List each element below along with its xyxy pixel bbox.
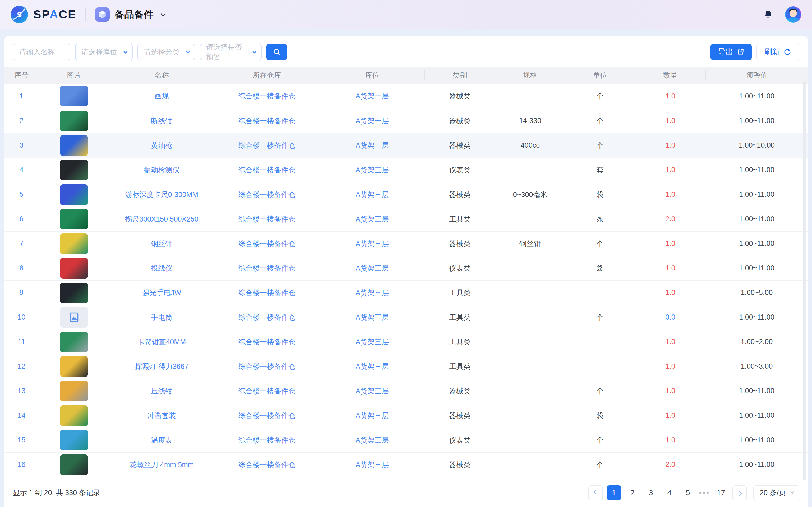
item-thumbnail[interactable] — [39, 354, 110, 379]
location-select[interactable]: 请选择库位 — [75, 44, 133, 60]
row-index-link[interactable]: 3 — [4, 133, 39, 158]
warehouse-link[interactable]: 综合楼一楼备件仓 — [214, 354, 320, 379]
item-photo[interactable] — [60, 209, 88, 229]
table-row[interactable]: 4振动检测仪综合楼一楼备件仓A货架三层仪表类套1.01.00~11.00 — [4, 158, 808, 182]
warehouse-link[interactable]: 综合楼一楼备件仓 — [214, 305, 320, 330]
page-button-4[interactable]: 4 — [662, 485, 677, 500]
item-thumbnail[interactable] — [39, 280, 110, 305]
location-link[interactable]: A货架一层 — [320, 133, 424, 158]
table-row[interactable]: 16花螺丝刀 4mm 5mm综合楼一楼备件仓A货架三层器械类个2.01.00~1… — [4, 452, 808, 477]
warehouse-link[interactable]: 综合楼一楼备件仓 — [214, 452, 320, 477]
warehouse-link[interactable]: 综合楼一楼备件仓 — [214, 428, 320, 452]
item-name-link[interactable]: 振动检测仪 — [109, 158, 214, 182]
row-index-link[interactable]: 9 — [4, 280, 39, 305]
row-index-link[interactable]: 15 — [4, 428, 39, 452]
app-switcher[interactable]: 备品备件 — [95, 7, 164, 22]
export-button[interactable]: 导出 — [711, 44, 752, 60]
table-row[interactable]: 2断线钳综合楼一楼备件仓A货架一层器械类14-330个1.01.00~11.00 — [4, 109, 808, 133]
item-photo[interactable] — [60, 233, 88, 254]
location-link[interactable]: A货架三层 — [320, 452, 424, 477]
row-index-link[interactable]: 4 — [4, 158, 39, 182]
row-index-link[interactable]: 8 — [4, 256, 39, 280]
table-row[interactable]: 14冲凿套装综合楼一楼备件仓A货架三层器械类袋1.01.00~11.00 — [4, 403, 808, 428]
item-thumbnail[interactable] — [39, 330, 110, 354]
item-thumbnail[interactable] — [39, 305, 110, 330]
prev-page-button[interactable] — [588, 485, 603, 500]
page-button-17[interactable]: 17 — [714, 485, 728, 500]
location-link[interactable]: A货架三层 — [320, 354, 424, 379]
location-link[interactable]: A货架三层 — [320, 428, 424, 452]
page-button-3[interactable]: 3 — [644, 485, 658, 500]
item-name-link[interactable]: 卡簧钳直40MM — [109, 330, 214, 354]
item-photo[interactable] — [60, 135, 88, 156]
item-name-link[interactable]: 温度表 — [109, 428, 214, 452]
row-index-link[interactable]: 10 — [4, 305, 39, 330]
table-row[interactable]: 8投线仪综合楼一楼备件仓A货架三层仪表类袋1.01.00~11.00 — [4, 256, 808, 280]
table-row[interactable]: 9强光手电JW综合楼一楼备件仓A货架三层工具类1.01.00~5.00 — [4, 280, 808, 305]
item-photo[interactable] — [60, 381, 88, 401]
warehouse-link[interactable]: 综合楼一楼备件仓 — [214, 403, 320, 428]
item-name-link[interactable]: 钢丝钳 — [109, 231, 214, 256]
warehouse-link[interactable]: 综合楼一楼备件仓 — [214, 207, 320, 231]
item-photo[interactable] — [60, 184, 88, 205]
location-link[interactable]: A货架一层 — [320, 109, 424, 133]
item-photo[interactable] — [60, 454, 88, 475]
item-thumbnail[interactable] — [39, 379, 110, 403]
page-size-select[interactable]: 20 条/页 — [753, 485, 799, 500]
warehouse-link[interactable]: 综合楼一楼备件仓 — [214, 182, 320, 207]
item-photo[interactable] — [60, 160, 88, 180]
table-row[interactable]: 5游标深度卡尺0-300MM综合楼一楼备件仓A货架三层器械类0~300毫米袋1.… — [4, 182, 808, 207]
item-name-link[interactable]: 游标深度卡尺0-300MM — [109, 182, 214, 207]
user-avatar[interactable] — [785, 6, 801, 23]
item-thumbnail[interactable] — [39, 109, 110, 133]
item-thumbnail[interactable] — [39, 158, 110, 182]
location-link[interactable]: A货架三层 — [320, 231, 424, 256]
page-button-5[interactable]: 5 — [680, 485, 696, 500]
item-photo[interactable] — [60, 111, 88, 131]
bell-icon[interactable] — [763, 9, 773, 20]
item-name-link[interactable]: 拐尺300X150 500X250 — [109, 207, 214, 231]
row-index-link[interactable]: 2 — [4, 109, 39, 133]
item-name-link[interactable]: 黄油枪 — [109, 133, 214, 158]
table-row[interactable]: 3黄油枪综合楼一楼备件仓A货架一层器械类400cc个1.01.00~10.00 — [4, 133, 808, 158]
table-row[interactable]: 11卡簧钳直40MM综合楼一楼备件仓A货架三层工具类1.01.00~2.00 — [4, 330, 808, 354]
warning-select[interactable]: 请选择是否预警 — [200, 44, 262, 60]
item-thumbnail[interactable] — [39, 256, 110, 280]
item-thumbnail[interactable] — [39, 428, 110, 452]
table-row[interactable]: 15温度表综合楼一楼备件仓A货架三层仪表类个1.01.00~11.00 — [4, 428, 808, 452]
location-link[interactable]: A货架三层 — [320, 207, 424, 231]
warehouse-link[interactable]: 综合楼一楼备件仓 — [214, 379, 320, 403]
search-button[interactable] — [266, 44, 287, 60]
item-thumbnail[interactable] — [39, 403, 110, 428]
item-thumbnail[interactable] — [39, 133, 110, 158]
item-thumbnail[interactable] — [39, 452, 110, 477]
location-link[interactable]: A货架三层 — [320, 305, 424, 330]
location-link[interactable]: A货架三层 — [320, 330, 424, 354]
warehouse-link[interactable]: 综合楼一楼备件仓 — [214, 280, 320, 305]
item-name-link[interactable]: 强光手电JW — [109, 280, 214, 305]
warehouse-link[interactable]: 综合楼一楼备件仓 — [214, 109, 320, 133]
item-name-link[interactable]: 压线钳 — [109, 379, 214, 403]
item-photo[interactable] — [60, 283, 88, 303]
item-name-link[interactable]: 断线钳 — [109, 109, 214, 133]
warehouse-link[interactable]: 综合楼一楼备件仓 — [214, 256, 320, 280]
location-link[interactable]: A货架三层 — [320, 158, 424, 182]
row-index-link[interactable]: 11 — [4, 330, 39, 354]
location-link[interactable]: A货架三层 — [320, 379, 424, 403]
warehouse-link[interactable]: 综合楼一楼备件仓 — [214, 133, 320, 158]
item-name-link[interactable]: 手电筒 — [109, 305, 214, 330]
item-thumbnail[interactable] — [39, 182, 110, 207]
location-link[interactable]: A货架三层 — [320, 256, 424, 280]
table-row[interactable]: 7钢丝钳综合楼一楼备件仓A货架三层器械类钢丝钳个1.01.00~11.00 — [4, 231, 808, 256]
warehouse-link[interactable]: 综合楼一楼备件仓 — [214, 330, 320, 354]
row-index-link[interactable]: 14 — [4, 403, 39, 428]
location-link[interactable]: A货架三层 — [320, 403, 424, 428]
row-index-link[interactable]: 5 — [4, 182, 39, 207]
table-row[interactable]: 12探照灯 得力3667综合楼一楼备件仓A货架三层工具类1.01.00~3.00 — [4, 354, 808, 379]
row-index-link[interactable]: 7 — [4, 231, 39, 256]
page-button-2[interactable]: 2 — [625, 485, 640, 500]
name-search-input[interactable] — [13, 44, 70, 60]
image-placeholder-icon[interactable] — [60, 307, 88, 328]
page-button-1[interactable]: 1 — [607, 485, 621, 500]
item-thumbnail[interactable] — [39, 84, 110, 109]
